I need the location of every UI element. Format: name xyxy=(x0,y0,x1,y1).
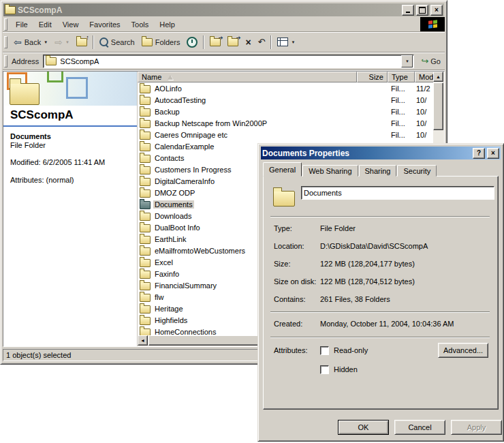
folders-button[interactable]: Folders xyxy=(138,36,184,48)
menu-item[interactable]: Favorites xyxy=(84,18,125,31)
menu-item[interactable]: Help xyxy=(154,18,180,31)
address-bar: Address SCScompA ▼ ↪ Go xyxy=(3,52,445,70)
scroll-up-button[interactable]: ▲ xyxy=(433,72,443,82)
property-label: Size on disk: xyxy=(274,277,320,286)
undo-button[interactable]: ↶ xyxy=(255,35,269,48)
apply-button[interactable]: Apply xyxy=(451,420,502,435)
folder-icon xyxy=(140,166,151,174)
back-caret-icon[interactable]: ▼ xyxy=(44,40,48,44)
list-item[interactable]: AutocadTesting Fil... 10/ xyxy=(138,94,433,106)
dialog-titlebar[interactable]: Documents Properties ? × xyxy=(261,147,501,159)
explorer-titlebar[interactable]: SCScompA × xyxy=(3,3,444,16)
search-label: Search xyxy=(111,38,135,46)
properties-dialog: Documents Properties ? × GeneralWeb Shar… xyxy=(257,143,504,442)
property-row: Location: D:\GDiskData\David\SCScompA xyxy=(264,242,498,250)
close-button[interactable]: × xyxy=(430,5,443,16)
webview-sidebar: SCScompA Documents File Folder Modified:… xyxy=(3,72,138,346)
folder-icon xyxy=(140,155,151,163)
toolbar-grip[interactable] xyxy=(4,55,7,67)
menu-bar: FileEditViewFavoritesToolsHelp xyxy=(3,17,445,32)
folders-icon xyxy=(142,38,153,46)
list-item[interactable]: Backup Fil... 10/ xyxy=(138,106,433,117)
menu-item[interactable]: File xyxy=(10,18,33,31)
attributes-label: Attributes: xyxy=(274,346,308,354)
list-item-type: Fil... xyxy=(391,96,413,104)
property-value: 122 MB (128,704,512 bytes) xyxy=(320,277,490,286)
dialog-tab[interactable]: General xyxy=(263,162,302,177)
sidebar-title: SCScompA xyxy=(10,108,137,122)
list-item-name: DualBoot Info xyxy=(153,224,202,232)
folder-name-input[interactable]: Documents xyxy=(301,186,494,200)
search-button[interactable]: Search xyxy=(96,35,138,48)
list-item[interactable]: Backup Netscape from Win2000P Fil... 10/ xyxy=(138,117,433,129)
address-dropdown-button[interactable]: ▼ xyxy=(401,55,413,67)
advanced-button[interactable]: Advanced... xyxy=(438,343,488,358)
divider xyxy=(270,337,490,338)
folder-icon xyxy=(140,259,151,267)
up-button[interactable]: ↑ xyxy=(73,36,91,48)
forward-button[interactable]: ⇨ ▼ xyxy=(51,35,73,49)
minimize-button[interactable] xyxy=(402,5,414,16)
forward-caret-icon: ▼ xyxy=(65,40,69,44)
divider xyxy=(270,216,490,217)
checkbox-row: Read-only xyxy=(320,344,368,356)
checkbox[interactable] xyxy=(320,346,329,355)
attribute-checkboxes: Read-only Hidden xyxy=(320,344,368,382)
list-item-name: Contacts xyxy=(153,154,185,162)
list-item-type: Fil... xyxy=(391,85,413,93)
list-item-modified: 10/ xyxy=(416,119,433,127)
list-item-name: Downloads xyxy=(153,212,193,220)
list-header: Name Size Type Modified xyxy=(138,72,444,82)
column-header-size[interactable]: Size xyxy=(357,72,388,82)
column-header-name[interactable]: Name xyxy=(138,72,357,82)
checkbox-label: Read-only xyxy=(334,346,368,354)
list-item-name: CalendarExample xyxy=(153,142,215,151)
menu-item[interactable]: Tools xyxy=(126,18,155,31)
toolbar-grip[interactable] xyxy=(4,36,7,48)
menu-items: FileEditViewFavoritesToolsHelp xyxy=(10,18,180,31)
back-icon: ⇦ xyxy=(14,37,22,47)
toolbar: ⇦ Back ▼ ⇨ ▼ ↑ Search Folders ➔ ➔ xyxy=(3,32,445,52)
list-item-name: Documents xyxy=(153,200,194,209)
dialog-close-button[interactable]: × xyxy=(487,148,499,159)
maximize-button[interactable] xyxy=(416,5,428,16)
address-input[interactable]: SCScompA ▼ xyxy=(43,55,414,68)
list-item-type: Fil... xyxy=(391,119,413,127)
dialog-tab[interactable]: Sharing xyxy=(359,165,397,177)
property-value: D:\GDiskData\David\SCScompA xyxy=(320,242,490,250)
dialog-tab[interactable]: Security xyxy=(397,165,437,177)
dialog-title: Documents Properties xyxy=(262,149,471,158)
list-item-name: Excel xyxy=(153,258,174,266)
views-button[interactable]: ▼ xyxy=(274,35,298,48)
list-item-name: AOLinfo xyxy=(153,85,183,93)
menu-item[interactable]: Edit xyxy=(33,18,57,31)
cancel-button[interactable]: Cancel xyxy=(394,420,445,435)
history-button[interactable] xyxy=(183,35,201,50)
property-row: Type: File Folder xyxy=(264,224,498,232)
folder-icon xyxy=(140,247,151,256)
help-button[interactable]: ? xyxy=(473,148,485,159)
property-label: Type: xyxy=(274,224,320,232)
property-label: Contains: xyxy=(274,295,320,303)
windows-logo xyxy=(420,17,445,31)
scroll-left-button[interactable]: ◄ xyxy=(138,335,148,346)
vertical-scroll-thumb[interactable] xyxy=(433,82,443,130)
move-to-button[interactable]: ➔ xyxy=(206,36,224,48)
checkbox[interactable] xyxy=(320,365,329,374)
toolbar-grip[interactable] xyxy=(4,18,7,31)
sort-ascending-icon xyxy=(168,75,173,80)
list-item[interactable]: Caeres Omnipage etc Fil... 10/ xyxy=(138,129,433,140)
list-item-name: Heritage xyxy=(153,305,185,313)
copy-to-button[interactable]: ➔ xyxy=(224,36,242,48)
folder-icon xyxy=(140,317,151,325)
menu-item[interactable]: View xyxy=(57,18,84,31)
delete-button[interactable]: × xyxy=(242,35,254,49)
back-button[interactable]: ⇦ Back ▼ xyxy=(10,35,51,49)
list-item[interactable]: AOLinfo Fil... 11/2 xyxy=(138,82,433,94)
ok-button[interactable]: OK xyxy=(338,420,389,435)
list-item-name: EarthLink xyxy=(153,235,187,243)
dialog-tab[interactable]: Web Sharing xyxy=(302,165,358,177)
go-button[interactable]: ↪ Go xyxy=(417,55,445,67)
column-header-type[interactable]: Type xyxy=(388,72,415,82)
sidebar-selected-name: Documents xyxy=(10,132,130,141)
